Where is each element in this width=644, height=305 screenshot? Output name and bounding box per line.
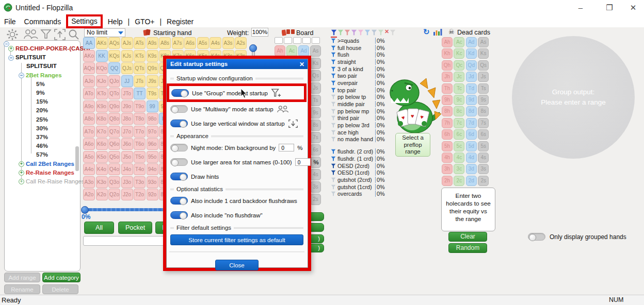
game-type-dropdown[interactable]: No limit xyxy=(84,28,125,37)
hand-cell[interactable]: ATo xyxy=(83,88,95,99)
clear-x[interactable]: ✕ xyxy=(384,28,389,35)
board-card[interactable]: 3s xyxy=(310,181,321,193)
maximize-button[interactable]: ❐ xyxy=(601,1,618,14)
stat-row[interactable]: ace high0% xyxy=(331,129,388,136)
night-mode-input[interactable] xyxy=(279,144,294,151)
board-card[interactable]: 6s xyxy=(310,144,321,156)
dead-card[interactable]: 5c xyxy=(454,141,464,151)
filter-icon[interactable] xyxy=(40,28,52,40)
collapse-icon[interactable]: − xyxy=(19,73,24,78)
dead-card[interactable]: Jd xyxy=(466,72,477,82)
board-card[interactable]: 7s xyxy=(310,132,321,143)
dead-card[interactable]: Qs xyxy=(478,60,489,71)
stat-names-input[interactable] xyxy=(295,158,311,166)
dead-card[interactable]: 9h xyxy=(442,95,453,105)
hand-cell[interactable]: KQo xyxy=(96,62,108,74)
hand-cell[interactable]: A7s xyxy=(172,37,184,49)
tree-item-57-[interactable]: 57% xyxy=(36,151,48,158)
expand-icon[interactable]: + xyxy=(8,46,14,52)
hand-cell[interactable]: A5o xyxy=(83,151,95,163)
board-card[interactable]: Qs xyxy=(310,70,321,81)
hand-cell[interactable]: A4s xyxy=(210,37,221,49)
dead-card[interactable]: 3d xyxy=(466,164,477,174)
hand-cell[interactable]: K2o xyxy=(96,189,108,200)
dead-card[interactable]: 9d xyxy=(466,95,477,105)
hand-cell[interactable]: JJ xyxy=(121,75,133,87)
hand-cell[interactable]: T5o xyxy=(134,151,146,163)
grouped-hands-toggle[interactable] xyxy=(528,233,545,241)
hand-cell[interactable]: A4o xyxy=(83,163,95,175)
dialog-title-bar[interactable]: Edit startup settings ✕ xyxy=(167,59,308,69)
tree-item-25-[interactable]: 25% xyxy=(36,116,48,123)
hand-cell[interactable]: J4o xyxy=(121,163,133,175)
hand-cell[interactable]: QJs xyxy=(121,62,133,74)
hand-cell[interactable]: KK xyxy=(96,50,108,62)
dialog-close-button[interactable]: Close xyxy=(215,260,259,270)
funnel-purple[interactable] xyxy=(351,28,357,38)
hand-cell[interactable]: J8o xyxy=(121,113,133,125)
hand-cell[interactable]: A5s xyxy=(197,37,209,49)
hand-cell[interactable]: J9s xyxy=(147,75,158,87)
dead-card[interactable]: Jh xyxy=(442,72,453,82)
board-card[interactable]: 2s xyxy=(310,194,321,205)
chart-icon[interactable] xyxy=(433,28,442,36)
tree-item-splitsuit[interactable]: SPLITSUIT xyxy=(26,63,57,69)
hand-cell[interactable]: QTs xyxy=(134,62,146,74)
tree-item-15-[interactable]: 15% xyxy=(36,98,48,105)
stat-row[interactable]: 3 of a kind0% xyxy=(331,65,388,73)
stat-row[interactable]: top pair0% xyxy=(331,87,388,94)
stat-row[interactable]: gutshot (1crd)0% xyxy=(331,183,388,191)
dead-card[interactable]: Qh xyxy=(442,60,453,71)
board-card[interactable]: Ac xyxy=(286,45,297,57)
hand-cell[interactable]: QQ xyxy=(108,62,120,74)
dead-card[interactable]: Th xyxy=(442,83,453,94)
hand-cell[interactable]: A9o xyxy=(83,100,95,112)
stat-row[interactable]: pp below 3rd0% xyxy=(331,122,388,129)
tree-item-re-raise-ranges[interactable]: +Re-Raise Ranges xyxy=(19,170,74,176)
hand-cell[interactable]: K8o xyxy=(96,113,108,125)
hand-cell[interactable]: T9o xyxy=(134,100,146,112)
hand-cell[interactable]: Q6o xyxy=(108,138,120,150)
multiway-people-icon[interactable] xyxy=(23,28,38,40)
hand-cell[interactable]: AA xyxy=(83,37,95,49)
hand-cell[interactable]: A6s xyxy=(184,37,196,49)
dead-card[interactable]: 3c xyxy=(454,164,464,174)
tree-item-20-[interactable]: 20% xyxy=(36,107,48,113)
board-card[interactable]: Ts xyxy=(310,95,321,106)
tree-item-splitsuit[interactable]: −SPLITSUIT xyxy=(8,54,46,60)
dead-card[interactable]: Jc xyxy=(454,72,464,82)
dead-card[interactable]: 6d xyxy=(466,129,477,140)
stat-row[interactable]: OESD (1crd)0% xyxy=(331,169,388,176)
dead-card[interactable]: 4h xyxy=(442,152,453,163)
tree-scrollbar[interactable] xyxy=(75,146,79,171)
dead-card[interactable]: 4d xyxy=(466,152,477,163)
hand-cell[interactable]: AJo xyxy=(83,75,95,87)
hand-cell[interactable]: J6o xyxy=(121,138,133,150)
random-button[interactable]: Random xyxy=(448,243,487,253)
stat-row[interactable]: overcards0% xyxy=(331,190,388,197)
board-slot[interactable] xyxy=(312,37,320,44)
stat-row[interactable]: full house0% xyxy=(331,44,388,52)
hand-cell[interactable]: A8o xyxy=(83,113,95,125)
menu-file[interactable]: File xyxy=(0,18,20,26)
tree-item-red-chip-poker-cash-[interactable]: +RED-CHIP-POKER-(CASH) xyxy=(8,45,90,52)
clear-button[interactable]: Clear xyxy=(448,232,487,242)
search-icon[interactable] xyxy=(68,28,80,41)
hand-cell[interactable]: A9s xyxy=(147,37,158,49)
funnel-pink[interactable] xyxy=(358,28,364,38)
menu-gto[interactable]: GTO+ xyxy=(131,18,158,26)
hand-cell[interactable]: 98o xyxy=(147,113,158,125)
dead-card[interactable]: 9s xyxy=(478,95,489,105)
menu-commands[interactable]: Commands xyxy=(20,18,66,26)
range-slider-handle[interactable] xyxy=(81,206,89,214)
vertical-window-toggle[interactable] xyxy=(170,120,188,127)
hand-cell[interactable]: TT xyxy=(134,88,146,99)
hand-cell[interactable]: J2o xyxy=(121,189,133,200)
hand-cell[interactable]: Q8o xyxy=(108,113,120,125)
dead-card[interactable]: 2s xyxy=(478,176,489,186)
select-preflop-range-button[interactable]: Select a preflop range xyxy=(395,133,430,157)
dead-card[interactable]: Js xyxy=(478,72,489,82)
hand-cell[interactable]: JTo xyxy=(121,88,133,99)
tree-item-30-[interactable]: 30% xyxy=(36,125,48,131)
dead-card[interactable]: 7d xyxy=(466,118,477,128)
